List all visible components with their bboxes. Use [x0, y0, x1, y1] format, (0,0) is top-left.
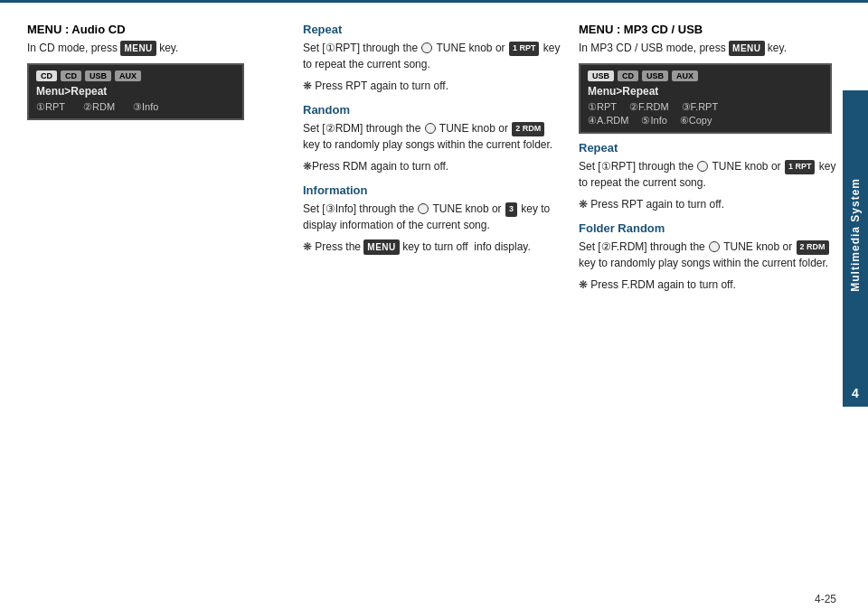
tab-number: 4 — [843, 380, 868, 407]
usb-item-frpt: ③F.RPT — [682, 101, 719, 113]
col3-repeat-title: Repeat — [579, 141, 836, 155]
col2-random-body: Set [②RDM] through the TUNE knob or 2 RD… — [303, 120, 561, 153]
usb-display-box: USB CD USB AUX Menu>Repeat ①RPT ②F.RDM ③… — [579, 63, 832, 134]
key-badge-2rdm: 2 RDM — [512, 122, 544, 136]
usb-tab-aux: AUX — [672, 70, 698, 81]
col2-repeat-body: Set [①RPT] through the TUNE knob or 1 RP… — [303, 40, 561, 72]
tune-knob-icon3 — [418, 203, 429, 214]
usb-item-ardm: ④A.RDM — [588, 115, 628, 127]
right-tab-label: Multimedia System — [849, 178, 862, 292]
col1-intro: In CD mode, press MENU key. — [27, 40, 285, 56]
usb-display-topbar: USB CD USB AUX — [588, 70, 823, 81]
cd-display-box: CD CD USB AUX Menu>Repeat ①RPT ②RDM ③Inf… — [27, 63, 244, 120]
cd-display-topbar: CD CD USB AUX — [36, 70, 235, 81]
columns-container: MENU : Audio CD In CD mode, press MENU k… — [27, 23, 836, 298]
usb-display-menu: Menu>Repeat — [588, 85, 823, 98]
col2-repeat-note: ❋ Press RPT again to turn off. — [303, 78, 561, 94]
col2-info-title: Information — [303, 183, 561, 197]
usb-display-row2: ④A.RDM ⑤Info ⑥Copy — [588, 115, 823, 127]
tune-knob-icon2 — [425, 123, 436, 134]
usb-tab-cd: CD — [618, 70, 638, 81]
col3-menu-badge: MENU — [729, 41, 764, 56]
usb-item-info: ⑤Info — [641, 115, 666, 127]
usb-item-copy: ⑥Copy — [680, 115, 712, 127]
col2-info-body: Set [③Info] through the TUNE knob or 3 k… — [303, 201, 561, 233]
col3-folder-random-body: Set [②F.RDM] through the TUNE knob or 2 … — [579, 239, 836, 271]
cd-tab-aux: AUX — [115, 70, 141, 81]
usb-display-row1: ①RPT ②F.RDM ③F.RPT — [588, 101, 823, 113]
col3-intro: In MP3 CD / USB mode, press MENU key. — [579, 40, 836, 56]
usb-tab-usb2: USB — [642, 70, 668, 81]
col3: MENU : MP3 CD / USB In MP3 CD / USB mode… — [579, 23, 836, 298]
cd-tab-usb: USB — [85, 70, 111, 81]
usb-item-rpt: ①RPT — [588, 101, 617, 113]
col2: Repeat Set [①RPT] through the TUNE knob … — [303, 23, 561, 298]
cd-tab-cd: CD — [36, 70, 57, 81]
tune-knob-icon4 — [697, 161, 708, 172]
usb-tab-usb: USB — [588, 70, 614, 81]
col3-repeat-body: Set [①RPT] through the TUNE knob or 1 RP… — [579, 158, 836, 191]
key-badge-1rpt: 1 RPT — [509, 42, 540, 56]
col1-menu-badge: MENU — [120, 41, 156, 56]
tune-knob-icon5 — [709, 241, 720, 252]
menu-badge-info: MENU — [363, 239, 399, 255]
key-badge-3: 3 — [505, 202, 517, 217]
col1-intro-end: key. — [159, 42, 178, 54]
page-number: 4-25 — [815, 593, 836, 605]
tune-knob-icon1 — [421, 42, 432, 53]
col3-title: MENU : MP3 CD / USB — [579, 23, 836, 36]
col3-folder-random-note: ❋ Press F.RDM again to turn off. — [579, 277, 836, 293]
main-content: MENU : Audio CD In CD mode, press MENU k… — [27, 14, 836, 583]
col1: MENU : Audio CD In CD mode, press MENU k… — [27, 23, 285, 298]
cd-tab-cd2: CD — [61, 70, 81, 81]
key-badge-2rdm-usb: 2 RDM — [797, 240, 829, 255]
col3-repeat-note: ❋ Press RPT again to turn off. — [579, 196, 836, 212]
col2-repeat-title: Repeat — [303, 23, 561, 36]
cd-display-menu: Menu>Repeat — [36, 85, 235, 98]
cd-item-rdm: ②RDM — [83, 101, 115, 113]
col3-intro-text: In MP3 CD / USB mode, press — [579, 42, 729, 54]
usb-item-frdm: ②F.RDM — [629, 101, 669, 113]
cd-item-info: ③Info — [133, 101, 158, 113]
cd-display-row: ①RPT ②RDM ③Info — [36, 101, 235, 113]
col2-random-note: ❋Press RDM again to turn off. — [303, 158, 561, 174]
col2-random-title: Random — [303, 103, 561, 117]
top-line — [0, 0, 868, 3]
col3-folder-random-title: Folder Random — [579, 221, 836, 235]
right-tab: Multimedia System — [843, 90, 868, 380]
col2-info-note: ❋ Press the MENU key to turn off info di… — [303, 239, 561, 255]
col1-intro-text: In CD mode, press — [27, 42, 120, 54]
col1-title: MENU : Audio CD — [27, 23, 285, 36]
cd-item-rpt: ①RPT — [36, 101, 65, 113]
col3-intro-end: key. — [768, 42, 787, 54]
key-badge-1rpt-usb: 1 RPT — [785, 160, 816, 174]
